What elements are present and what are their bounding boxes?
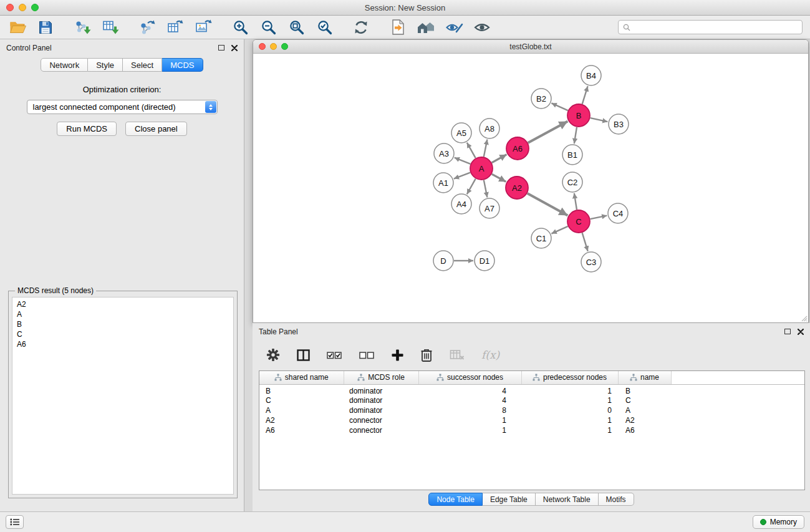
export-network-button[interactable] (137, 18, 157, 37)
table-cell[interactable]: B (618, 384, 671, 395)
tab-style[interactable]: Style (88, 58, 123, 72)
graph-node-A1[interactable]: A1 (433, 173, 453, 193)
show-hide-details-button[interactable] (472, 18, 492, 37)
graph-node-A4[interactable]: A4 (451, 194, 471, 214)
table-cell[interactable]: A (618, 405, 671, 415)
export-table-button[interactable] (165, 18, 185, 37)
graph-node-B4[interactable]: B4 (581, 65, 601, 85)
table-cell[interactable]: dominator (344, 395, 418, 405)
zoom-fit-button[interactable] (286, 18, 306, 37)
result-item[interactable]: A6 (17, 339, 229, 349)
table-row[interactable]: Adominator80A (259, 405, 804, 415)
minimize-window-button[interactable] (19, 4, 26, 11)
network-graph[interactable]: B4B2BB3A5A8A6B1A3AC2A1A2A4A7CC4C1C3DD1 (253, 54, 808, 322)
tab-mcds[interactable]: MCDS (162, 58, 203, 72)
result-item[interactable]: A (17, 309, 229, 319)
float-table-panel-icon[interactable] (784, 329, 791, 334)
table-cell[interactable]: A2 (259, 415, 344, 425)
graph-node-D1[interactable]: D1 (475, 251, 494, 271)
export-image-button[interactable] (193, 18, 213, 37)
import-network-button[interactable] (72, 18, 92, 37)
graph-edge-A-A8[interactable] (484, 140, 488, 157)
delete-table-button[interactable] (450, 349, 465, 361)
result-item[interactable]: B (17, 319, 229, 329)
search-box[interactable] (618, 20, 803, 34)
graph-node-B[interactable]: B (567, 104, 590, 127)
table-cell[interactable]: C (618, 395, 671, 405)
graph-node-B2[interactable]: B2 (531, 89, 551, 109)
column-header-name[interactable]: name (618, 371, 671, 384)
deselect-all-button[interactable] (359, 350, 375, 360)
table-cell[interactable]: 4 (418, 395, 521, 405)
import-database-button[interactable] (388, 18, 408, 37)
function-builder-button[interactable]: f(x) (481, 349, 499, 361)
graph-node-C4[interactable]: C4 (608, 203, 628, 223)
graph-node-C1[interactable]: C1 (531, 228, 551, 248)
graph-node-A2[interactable]: A2 (506, 177, 528, 199)
main-titlebar[interactable]: Session: New Session (0, 0, 810, 16)
graph-edge-A-A2[interactable] (492, 174, 506, 181)
zoom-selected-button[interactable] (314, 18, 334, 37)
graph-edge-A-A6[interactable] (492, 155, 507, 163)
tab-motifs[interactable]: Motifs (599, 493, 634, 506)
network-minimize-button[interactable] (270, 43, 277, 50)
network-close-button[interactable] (259, 43, 266, 50)
apply-layout-button[interactable] (351, 18, 371, 37)
criterion-dropdown[interactable]: largest connected component (directed) (27, 100, 218, 114)
add-row-button[interactable] (392, 349, 403, 361)
table-row[interactable]: A2connector11A2 (259, 415, 804, 425)
table-cell[interactable]: 0 (521, 405, 618, 415)
save-session-button[interactable] (36, 18, 55, 37)
graph-node-C[interactable]: C (567, 210, 590, 233)
table-cell[interactable]: A (259, 405, 344, 415)
graph-edge-C-C3[interactable] (582, 233, 588, 251)
graph-edge-A6-B[interactable] (528, 122, 568, 143)
zoom-window-button[interactable] (31, 4, 39, 11)
open-session-button[interactable] (7, 18, 27, 37)
cybrowser-home-button[interactable] (416, 18, 436, 37)
column-header-shared-name[interactable]: shared name (259, 371, 344, 384)
table-cell[interactable]: A2 (618, 415, 671, 425)
table-cell[interactable]: dominator (344, 405, 418, 415)
column-header-mcds-role[interactable]: MCDS role (344, 371, 418, 384)
graph-edge-A-A1[interactable] (454, 173, 470, 179)
table-cell[interactable]: C (259, 395, 344, 405)
graph-edge-B-B1[interactable] (574, 127, 577, 143)
graph-edge-A-A4[interactable] (467, 179, 476, 195)
graph-edge-C-C4[interactable] (591, 216, 607, 220)
graph-node-A3[interactable]: A3 (434, 143, 454, 163)
float-panel-icon[interactable] (218, 45, 224, 51)
graph-node-C2[interactable]: C2 (562, 172, 582, 192)
search-input[interactable] (634, 23, 798, 32)
result-item[interactable]: A2 (17, 299, 229, 309)
close-table-panel-icon[interactable] (798, 329, 804, 335)
table-row[interactable]: A6connector11A6 (259, 425, 804, 435)
tab-network-table[interactable]: Network Table (536, 493, 599, 506)
zoom-out-button[interactable] (258, 18, 278, 37)
table-cell[interactable]: 1 (418, 425, 521, 435)
graph-node-A5[interactable]: A5 (451, 123, 471, 143)
close-panel-button[interactable]: Close panel (125, 122, 187, 136)
result-item[interactable]: C (17, 329, 229, 339)
table-cell[interactable]: 1 (521, 415, 618, 425)
graph-node-A6[interactable]: A6 (506, 137, 529, 160)
mcds-result-list[interactable]: A2ABCA6 (12, 297, 234, 495)
graph-edge-A-A3[interactable] (455, 158, 471, 164)
task-history-button[interactable] (6, 515, 24, 529)
graph-edge-C-C2[interactable] (574, 193, 577, 210)
graph-node-C3[interactable]: C3 (581, 252, 601, 272)
graph-edge-A2-C[interactable] (528, 193, 568, 215)
table-cell[interactable]: connector (344, 425, 418, 435)
graphics-details-button[interactable] (444, 18, 464, 37)
graph-edge-C-C1[interactable] (551, 226, 567, 234)
tab-node-table[interactable]: Node Table (428, 493, 483, 506)
table-cell[interactable]: 8 (418, 405, 521, 415)
network-canvas[interactable]: B4B2BB3A5A8A6B1A3AC2A1A2A4A7CC4C1C3DD1 (253, 54, 808, 322)
table-cell[interactable]: dominator (344, 384, 418, 395)
graph-node-B3[interactable]: B3 (609, 114, 629, 134)
resize-grip-icon[interactable] (800, 314, 808, 322)
column-layout-button[interactable] (297, 349, 310, 361)
graph-edge-B-B2[interactable] (551, 103, 567, 110)
table-cell[interactable]: 1 (418, 415, 521, 425)
graph-edge-B-B4[interactable] (582, 86, 588, 104)
